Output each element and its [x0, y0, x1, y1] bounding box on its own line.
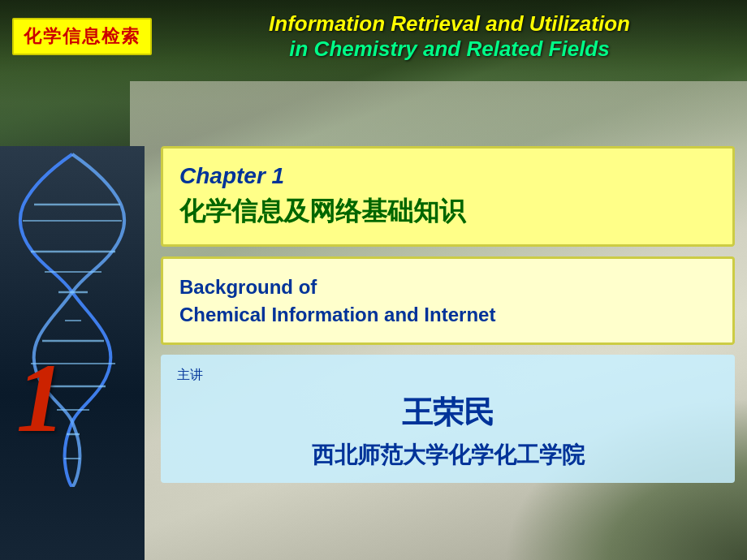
background-line1: Background of	[179, 276, 317, 298]
background-title: Background of Chemical Information and I…	[179, 274, 716, 328]
chapter-box: Chapter 1 化学信息及网络基础知识	[161, 146, 735, 247]
left-panel: 1	[0, 146, 145, 560]
english-title-line1: Information Retrieval and Utilization	[168, 11, 731, 37]
main-content: Chapter 1 化学信息及网络基础知识 Background of Chem…	[145, 146, 747, 560]
english-title-line2: in Chemistry and Related Fields	[168, 37, 731, 62]
chinese-course-title: 化学信息检索	[24, 26, 140, 46]
chapter-chinese-title: 化学信息及网络基础知识	[179, 194, 716, 230]
chapter-number-display: 1	[16, 342, 65, 454]
background-box: Background of Chemical Information and I…	[161, 256, 735, 345]
presenter-area: 主讲 王荣民 西北师范大学化学化工学院	[161, 355, 735, 483]
zhu-jiang-label: 主讲	[177, 367, 719, 384]
presenter-name: 王荣民	[177, 392, 719, 433]
presenter-institution: 西北师范大学化学化工学院	[177, 440, 719, 471]
background-line2: Chemical Information and Internet	[179, 304, 495, 325]
header-bar: 化学信息检索 Information Retrieval and Utiliza…	[0, 0, 747, 73]
english-header-title: Information Retrieval and Utilization in…	[152, 11, 747, 62]
chinese-title-box: 化学信息检索	[12, 18, 152, 55]
chapter-number-label: Chapter 1	[179, 163, 716, 189]
